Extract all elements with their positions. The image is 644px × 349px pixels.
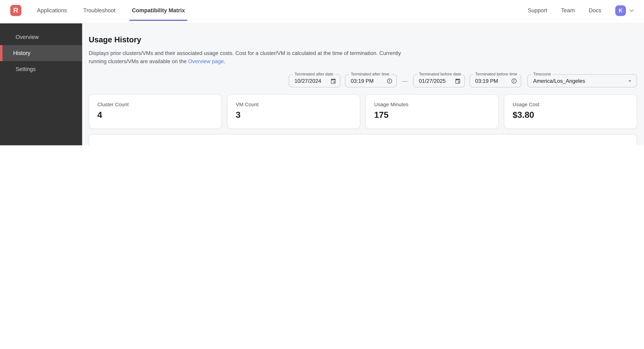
page-title: Usage History: [89, 35, 637, 44]
nav-tab[interactable]: Compatibility Matrix: [130, 0, 186, 21]
field-value[interactable]: 01/27/2025: [419, 78, 452, 84]
filter-icon[interactable]: [575, 145, 582, 145]
terminated-after-date-field[interactable]: Terminated after date 10/27/2024: [289, 74, 340, 88]
page-description: Displays prior clusters/VMs and their as…: [89, 49, 417, 66]
chevron-down-icon[interactable]: [628, 7, 635, 14]
avatar[interactable]: K: [615, 5, 626, 16]
stat-label: Usage Cost: [512, 102, 628, 108]
nav-tab[interactable]: Applications: [36, 0, 68, 21]
sidebar-item[interactable]: Overview: [0, 29, 82, 45]
stat-value: 3: [236, 110, 352, 120]
stat-card: Usage Minutes 175: [366, 94, 499, 129]
top-navbar: R Applications Troubleshoot Compatibilit…: [0, 0, 644, 23]
terminated-after-time-field[interactable]: Terminated after time 03:19 PM: [345, 74, 397, 88]
stat-value: $3.80: [512, 110, 628, 120]
filters-row: Terminated after date 10/27/2024 Termina…: [89, 74, 637, 88]
field-label: Terminated after time: [349, 72, 391, 76]
table-toolbar: [96, 135, 637, 145]
nav-link[interactable]: Team: [561, 7, 574, 13]
terminated-before-date-field[interactable]: Terminated before date 01/27/2025: [413, 74, 465, 88]
sidebar-item-label: Settings: [16, 66, 36, 72]
nav-right: Support Team Docs K: [528, 0, 644, 21]
main-content: Usage History Displays prior clusters/VM…: [82, 23, 644, 145]
field-label: Timezone: [532, 72, 553, 76]
field-label: Terminated after date: [293, 72, 335, 76]
clock-icon[interactable]: [511, 78, 517, 84]
account-menu[interactable]: K: [615, 5, 635, 16]
field-value[interactable]: 03:19 PM: [475, 78, 508, 84]
stat-card: Cluster Count 4: [89, 94, 222, 129]
stat-cards: Cluster Count 4 VM Count 3 Usage Minutes…: [89, 94, 637, 129]
field-label: Terminated before date: [417, 72, 463, 76]
stat-label: Usage Minutes: [374, 102, 490, 108]
date-range-dash: —: [401, 78, 409, 84]
usage-table-card: Actions Name ↑↓: [89, 134, 637, 145]
clock-icon[interactable]: [386, 78, 392, 84]
stat-value: 4: [98, 110, 213, 120]
description-period: .: [224, 58, 225, 64]
field-value[interactable]: 10/27/2024: [294, 78, 327, 84]
columns-icon[interactable]: [589, 145, 596, 145]
sidebar-item[interactable]: Settings: [0, 61, 82, 77]
stat-label: Cluster Count: [98, 102, 213, 108]
nav-tab-label: Applications: [37, 7, 67, 13]
overview-page-link[interactable]: Overview page: [188, 58, 224, 64]
field-label: Terminated before time: [474, 72, 519, 76]
nav-tab-label: Troubleshoot: [83, 7, 115, 13]
sidebar-item[interactable]: History: [0, 45, 82, 61]
description-text: Displays prior clusters/VMs and their as…: [89, 50, 401, 64]
density-icon[interactable]: [603, 145, 610, 145]
nav-link[interactable]: Support: [528, 7, 547, 13]
calendar-icon[interactable]: [330, 78, 336, 84]
nav-tabs: Applications Troubleshoot Compatibility …: [36, 0, 187, 21]
calendar-icon[interactable]: [455, 78, 461, 84]
sidebar-item-label: History: [13, 50, 30, 56]
stat-value: 175: [374, 110, 490, 120]
app-window: R Applications Troubleshoot Compatibilit…: [0, 0, 644, 145]
nav-tab[interactable]: Troubleshoot: [82, 0, 117, 21]
stat-card: VM Count 3: [227, 94, 360, 129]
replicated-logo[interactable]: R: [10, 5, 21, 16]
timezone-select[interactable]: Timezone America/Los_Angeles: [528, 74, 637, 88]
caret-down-icon[interactable]: [627, 78, 633, 84]
sidebar-item-label: Overview: [16, 34, 39, 40]
stat-label: VM Count: [236, 102, 352, 108]
stat-card: Usage Cost $3.80: [504, 94, 637, 129]
terminated-before-time-field[interactable]: Terminated before time 03:19 PM: [470, 74, 521, 88]
logo-letter: R: [13, 6, 18, 14]
fullscreen-icon[interactable]: [617, 145, 624, 145]
sidebar: Overview History Settings: [0, 23, 82, 145]
nav-link[interactable]: Docs: [588, 7, 601, 13]
field-value[interactable]: America/Los_Angeles: [533, 78, 624, 84]
nav-tab-label: Compatibility Matrix: [132, 7, 185, 13]
field-value[interactable]: 03:19 PM: [351, 78, 383, 84]
